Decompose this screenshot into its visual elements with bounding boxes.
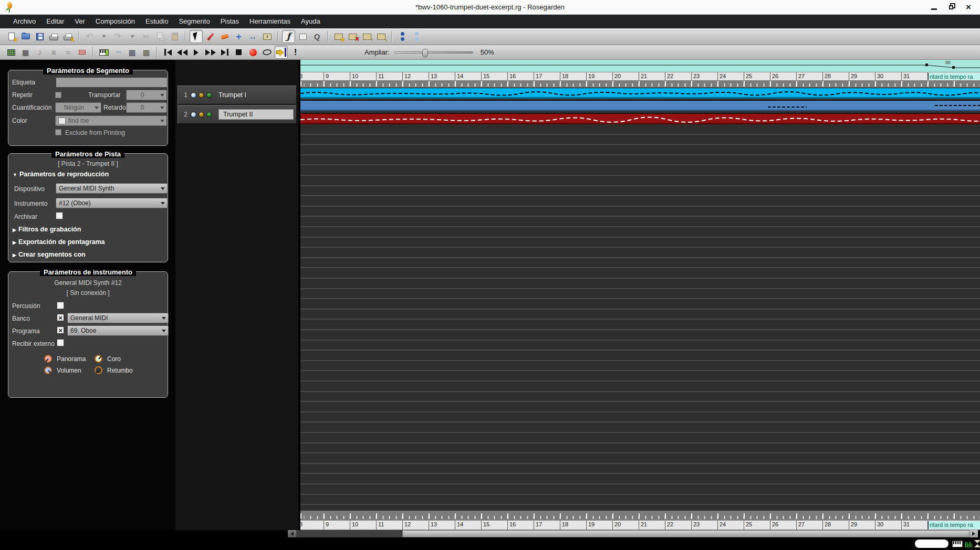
menu-composicion[interactable]: Composición bbox=[90, 15, 140, 28]
beat-ruler-bottom[interactable] bbox=[300, 511, 980, 520]
receive-external-checkbox[interactable] bbox=[57, 339, 64, 346]
scroll-right-button[interactable] bbox=[969, 530, 978, 537]
manage-midi-devices-button[interactable] bbox=[97, 46, 110, 59]
menu-editar[interactable]: Editar bbox=[41, 15, 69, 28]
track-name[interactable]: Trumpet II bbox=[218, 109, 294, 120]
track-solo-led-icon[interactable] bbox=[206, 112, 212, 118]
empty-track-lanes[interactable] bbox=[300, 124, 980, 511]
play-button[interactable] bbox=[190, 46, 203, 59]
paste-button[interactable] bbox=[168, 30, 181, 43]
delete-track-button[interactable]: × bbox=[346, 30, 359, 43]
midi-mixer-button[interactable]: ▥ bbox=[126, 46, 139, 59]
panorama-knob[interactable] bbox=[44, 355, 52, 363]
split-tool-button[interactable]: › bbox=[260, 30, 274, 43]
menu-archivo[interactable]: Archivo bbox=[8, 15, 41, 28]
move-track-up-button[interactable]: ↑ bbox=[360, 30, 373, 43]
rewind-to-beginning-button[interactable] bbox=[161, 46, 174, 59]
restore-button[interactable] bbox=[947, 3, 955, 12]
quantize-dropdown[interactable]: Ningún bbox=[55, 102, 101, 113]
print-preview-button[interactable]: ↯ bbox=[61, 30, 75, 43]
new-file-button[interactable]: ★ bbox=[5, 30, 18, 43]
track-solo-led-icon[interactable] bbox=[206, 92, 212, 98]
coro-knob[interactable] bbox=[95, 355, 102, 363]
create-segments-header[interactable]: ▶Crear segmentos con bbox=[13, 251, 86, 258]
panic-button[interactable]: ! bbox=[289, 46, 302, 59]
track-row-trumpet-ii[interactable]: 2Trumpet II bbox=[178, 105, 297, 124]
staff-export-header[interactable]: ▶Exportación de pentagrama bbox=[13, 238, 105, 246]
open-file-button[interactable] bbox=[19, 30, 32, 43]
segment-canvas[interactable]: 80 ritard is tempo ra 891011121314151617… bbox=[299, 60, 980, 530]
bank-enable-checkbox[interactable]: × bbox=[57, 314, 64, 321]
open-event-list-button[interactable]: ≡ bbox=[47, 46, 60, 59]
marker-ritard[interactable]: ritard is tempo ra bbox=[928, 73, 980, 80]
track-record-led-icon[interactable] bbox=[199, 112, 204, 118]
tempo-ruler[interactable]: 80 bbox=[300, 60, 980, 72]
minimize-button[interactable] bbox=[930, 3, 938, 12]
undo-dropdown[interactable] bbox=[97, 30, 110, 43]
select-tool-button[interactable] bbox=[190, 30, 203, 43]
menu-ayuda[interactable]: Ayuda bbox=[296, 15, 326, 28]
open-matrix-editor-button[interactable] bbox=[5, 46, 18, 59]
solo-track-button[interactable] bbox=[410, 30, 423, 43]
draw-tool-button[interactable] bbox=[204, 30, 217, 43]
stop-button[interactable] bbox=[232, 46, 245, 59]
audio-mixer-button[interactable]: ◔◔ bbox=[111, 46, 124, 59]
resize-tool-button[interactable]: ↔ bbox=[246, 30, 259, 43]
horizontal-scrollbar[interactable] bbox=[288, 530, 978, 537]
redo-dropdown[interactable] bbox=[126, 30, 139, 43]
move-tool-button[interactable]: + bbox=[232, 30, 245, 43]
record-filters-header[interactable]: ▶Filtros de grabación bbox=[13, 226, 81, 233]
device-dropdown[interactable]: General MIDI Synth bbox=[56, 183, 168, 194]
fast-forward-to-end-button[interactable] bbox=[218, 46, 231, 59]
track-name[interactable]: Trumpet I bbox=[218, 91, 246, 99]
segment-trumpet2[interactable] bbox=[300, 113, 980, 124]
instrument-dropdown[interactable]: #12 (Oboe) bbox=[56, 198, 168, 208]
move-track-down-button[interactable]: ↓ bbox=[374, 30, 388, 43]
menu-estudio[interactable]: Estudio bbox=[140, 15, 173, 28]
menu-herramientas[interactable]: Herramientas bbox=[244, 15, 296, 28]
delay-dropdown[interactable]: 0 bbox=[126, 102, 167, 113]
fast-forward-button[interactable] bbox=[204, 46, 217, 59]
zoom-slider-handle[interactable] bbox=[422, 49, 428, 57]
erase-tool-button[interactable] bbox=[218, 30, 231, 43]
transpose-dropdown[interactable]: 0 bbox=[126, 90, 167, 100]
mute-track-button[interactable] bbox=[396, 30, 409, 43]
exclude-printing-checkbox[interactable] bbox=[55, 129, 61, 135]
scrollbar-thumb[interactable] bbox=[402, 530, 969, 537]
open-notation-button[interactable]: ♪ bbox=[33, 46, 46, 59]
open-audio-editor-button[interactable]: ≈ bbox=[61, 46, 75, 59]
archive-checkbox[interactable] bbox=[56, 212, 63, 219]
matrix-range-button[interactable] bbox=[296, 30, 309, 43]
marker-ritard[interactable]: ritard is tempo ra bbox=[928, 521, 980, 529]
repeat-checkbox[interactable] bbox=[55, 92, 61, 98]
synth-plugin-manager-button[interactable]: ▥ bbox=[140, 46, 153, 59]
track-record-led-icon[interactable] bbox=[199, 92, 204, 98]
segment-label-input[interactable] bbox=[56, 78, 167, 87]
zoom-slider[interactable] bbox=[394, 51, 473, 54]
rewind-button[interactable] bbox=[175, 46, 189, 59]
add-track-button[interactable]: ★ bbox=[332, 30, 345, 43]
menu-segmento[interactable]: Segmento bbox=[173, 15, 215, 28]
bank-dropdown[interactable]: General MIDI bbox=[67, 313, 169, 323]
notation-editor-button[interactable]: ƒ bbox=[282, 30, 295, 43]
bar-ruler-bottom[interactable]: ritard is tempo ra 891011121314151617181… bbox=[300, 520, 980, 530]
open-segment-editor-button[interactable] bbox=[76, 46, 89, 59]
copy-button[interactable] bbox=[154, 30, 167, 43]
undo-button[interactable]: ↶ bbox=[83, 30, 96, 43]
close-button[interactable]: × bbox=[964, 3, 973, 12]
menu-ver[interactable]: Ver bbox=[69, 15, 90, 28]
percussion-checkbox[interactable] bbox=[57, 302, 64, 309]
scroll-left-button[interactable] bbox=[288, 530, 296, 537]
volumen-knob[interactable] bbox=[44, 366, 52, 374]
save-file-button[interactable] bbox=[33, 30, 46, 43]
program-enable-checkbox[interactable]: × bbox=[57, 326, 64, 334]
open-percussion-matrix-button[interactable]: ▩ bbox=[19, 46, 32, 59]
retumbo-knob[interactable] bbox=[95, 366, 102, 374]
redo-button[interactable]: ↷ bbox=[111, 30, 124, 43]
color-dropdown[interactable]: find me bbox=[55, 115, 167, 126]
playback-section-header[interactable]: ▼Parámetros de reproducción bbox=[13, 171, 109, 178]
loop-button[interactable] bbox=[260, 46, 274, 59]
cut-button[interactable]: ✂ bbox=[140, 30, 153, 43]
menu-pistas[interactable]: Pistas bbox=[215, 15, 244, 28]
track-mute-led-icon[interactable] bbox=[191, 112, 196, 118]
